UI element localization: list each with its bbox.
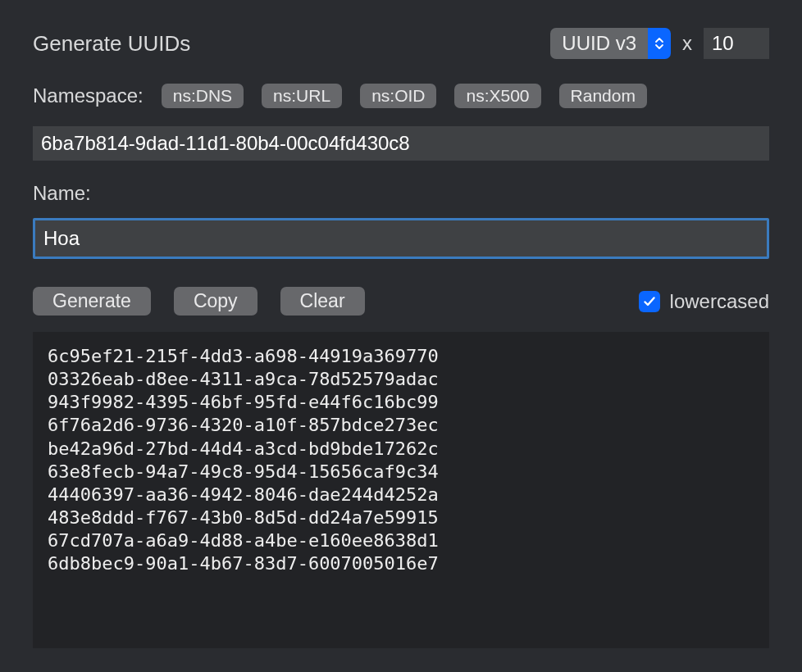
page-title: Generate UUIDs	[33, 31, 190, 57]
uuid-version-select[interactable]: UUID v3	[550, 28, 671, 59]
lowercased-checkbox-wrap: lowercased	[639, 290, 769, 313]
generate-button[interactable]: Generate	[33, 287, 151, 316]
header-controls: UUID v3 x	[550, 28, 769, 59]
count-input[interactable]	[704, 28, 769, 59]
action-row: Generate Copy Clear lowercased	[33, 287, 769, 316]
output-area[interactable]: 6c95ef21-215f-4dd3-a698-44919a369770 033…	[33, 332, 769, 648]
lowercased-label: lowercased	[670, 290, 769, 313]
lowercased-checkbox[interactable]	[639, 291, 660, 312]
uuid-generator-panel: Generate UUIDs UUID v3 x Namespace: ns:D…	[0, 0, 802, 648]
check-icon	[642, 294, 657, 309]
name-input[interactable]	[33, 218, 769, 259]
uuid-version-value: UUID v3	[550, 28, 648, 59]
ns-url-button[interactable]: ns:URL	[262, 84, 342, 108]
name-label: Name:	[33, 182, 769, 205]
ns-random-button[interactable]: Random	[559, 84, 647, 108]
chevron-up-down-icon	[648, 28, 671, 59]
header-row: Generate UUIDs UUID v3 x	[33, 28, 769, 59]
ns-x500-button[interactable]: ns:X500	[454, 84, 540, 108]
namespace-label: Namespace:	[33, 84, 144, 107]
clear-button[interactable]: Clear	[280, 287, 365, 316]
namespace-value-input[interactable]	[33, 126, 769, 161]
copy-button[interactable]: Copy	[174, 287, 257, 316]
multiply-label: x	[682, 32, 692, 55]
ns-dns-button[interactable]: ns:DNS	[162, 84, 244, 108]
namespace-row: Namespace: ns:DNS ns:URL ns:OID ns:X500 …	[33, 84, 769, 108]
ns-oid-button[interactable]: ns:OID	[360, 84, 436, 108]
